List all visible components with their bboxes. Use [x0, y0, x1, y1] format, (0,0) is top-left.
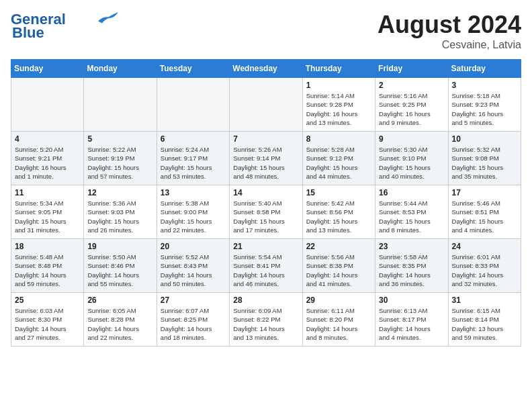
month-year-title: August 2024: [378, 11, 521, 39]
day-info: Sunrise: 6:01 AM Sunset: 8:33 PM Dayligh…: [452, 253, 517, 288]
page-header: General Blue August 2024 Cesvaine, Latvi…: [11, 11, 521, 51]
calendar-cell: 3Sunrise: 5:18 AM Sunset: 9:23 PM Daylig…: [448, 78, 521, 132]
col-header-wednesday: Wednesday: [230, 60, 302, 78]
day-info: Sunrise: 6:03 AM Sunset: 8:30 PM Dayligh…: [15, 306, 80, 342]
day-info: Sunrise: 5:16 AM Sunset: 9:25 PM Dayligh…: [379, 91, 444, 127]
day-info: Sunrise: 5:18 AM Sunset: 9:23 PM Dayligh…: [452, 91, 517, 127]
calendar-cell: 30Sunrise: 6:13 AM Sunset: 8:17 PM Dayli…: [375, 293, 448, 347]
calendar-cell: 31Sunrise: 6:15 AM Sunset: 8:14 PM Dayli…: [448, 293, 521, 347]
col-header-friday: Friday: [375, 60, 448, 78]
calendar-cell: 16Sunrise: 5:44 AM Sunset: 8:53 PM Dayli…: [375, 185, 448, 239]
logo: General Blue: [11, 11, 118, 42]
day-number: 13: [161, 188, 226, 197]
calendar-cell: 15Sunrise: 5:42 AM Sunset: 8:56 PM Dayli…: [302, 185, 375, 239]
day-info: Sunrise: 6:07 AM Sunset: 8:25 PM Dayligh…: [161, 306, 226, 342]
logo-blue: Blue: [12, 24, 44, 42]
day-number: 18: [15, 242, 80, 251]
day-info: Sunrise: 5:40 AM Sunset: 8:58 PM Dayligh…: [233, 199, 298, 234]
col-header-saturday: Saturday: [448, 60, 521, 78]
day-number: 16: [379, 188, 444, 197]
day-number: 11: [15, 188, 80, 197]
calendar-cell: 5Sunrise: 5:22 AM Sunset: 9:19 PM Daylig…: [84, 132, 157, 185]
calendar-cell: 6Sunrise: 5:24 AM Sunset: 9:17 PM Daylig…: [157, 132, 229, 185]
calendar-cell: [230, 78, 302, 132]
calendar-cell: 18Sunrise: 5:48 AM Sunset: 8:48 PM Dayli…: [11, 239, 84, 293]
day-number: 4: [15, 134, 80, 144]
day-info: Sunrise: 5:14 AM Sunset: 9:28 PM Dayligh…: [306, 91, 371, 127]
calendar-cell: 9Sunrise: 5:30 AM Sunset: 9:10 PM Daylig…: [375, 132, 448, 185]
calendar-cell: 23Sunrise: 5:58 AM Sunset: 8:35 PM Dayli…: [375, 239, 448, 293]
day-info: Sunrise: 5:30 AM Sunset: 9:10 PM Dayligh…: [379, 145, 444, 181]
day-info: Sunrise: 5:54 AM Sunset: 8:41 PM Dayligh…: [233, 253, 298, 288]
day-info: Sunrise: 5:44 AM Sunset: 8:53 PM Dayligh…: [379, 199, 444, 234]
day-info: Sunrise: 5:22 AM Sunset: 9:19 PM Dayligh…: [87, 145, 152, 181]
calendar-table: SundayMondayTuesdayWednesdayThursdayFrid…: [11, 59, 521, 347]
day-info: Sunrise: 5:56 AM Sunset: 8:38 PM Dayligh…: [306, 253, 371, 288]
calendar-cell: 25Sunrise: 6:03 AM Sunset: 8:30 PM Dayli…: [11, 293, 84, 347]
calendar-cell: 24Sunrise: 6:01 AM Sunset: 8:33 PM Dayli…: [448, 239, 521, 293]
day-number: 15: [306, 188, 371, 197]
col-header-sunday: Sunday: [11, 60, 84, 78]
calendar-cell: 8Sunrise: 5:28 AM Sunset: 9:12 PM Daylig…: [302, 132, 375, 185]
calendar-cell: [157, 78, 229, 132]
day-number: 9: [379, 134, 444, 144]
day-number: 29: [306, 295, 371, 305]
calendar-cell: 26Sunrise: 6:05 AM Sunset: 8:28 PM Dayli…: [84, 293, 157, 347]
day-info: Sunrise: 5:38 AM Sunset: 9:00 PM Dayligh…: [161, 199, 226, 234]
calendar-cell: 28Sunrise: 6:09 AM Sunset: 8:22 PM Dayli…: [230, 293, 302, 347]
calendar-week-row: 18Sunrise: 5:48 AM Sunset: 8:48 PM Dayli…: [11, 239, 521, 293]
day-number: 8: [306, 134, 371, 144]
calendar-cell: 29Sunrise: 6:11 AM Sunset: 8:20 PM Dayli…: [302, 293, 375, 347]
calendar-cell: 10Sunrise: 5:32 AM Sunset: 9:08 PM Dayli…: [448, 132, 521, 185]
day-info: Sunrise: 5:50 AM Sunset: 8:46 PM Dayligh…: [87, 253, 152, 288]
calendar-cell: [84, 78, 157, 132]
calendar-cell: 21Sunrise: 5:54 AM Sunset: 8:41 PM Dayli…: [230, 239, 302, 293]
calendar-week-row: 25Sunrise: 6:03 AM Sunset: 8:30 PM Dayli…: [11, 293, 521, 347]
day-number: 6: [161, 134, 226, 144]
day-number: 3: [452, 81, 517, 90]
day-number: 17: [452, 188, 517, 197]
logo-bird-icon: [98, 11, 118, 25]
calendar-cell: 27Sunrise: 6:07 AM Sunset: 8:25 PM Dayli…: [157, 293, 229, 347]
day-info: Sunrise: 6:05 AM Sunset: 8:28 PM Dayligh…: [87, 306, 152, 342]
day-number: 26: [87, 295, 152, 305]
day-info: Sunrise: 5:42 AM Sunset: 8:56 PM Dayligh…: [306, 199, 371, 234]
day-number: 20: [161, 242, 226, 251]
calendar-cell: [11, 78, 84, 132]
calendar-cell: 12Sunrise: 5:36 AM Sunset: 9:03 PM Dayli…: [84, 185, 157, 239]
calendar-week-row: 1Sunrise: 5:14 AM Sunset: 9:28 PM Daylig…: [11, 78, 521, 132]
day-info: Sunrise: 5:20 AM Sunset: 9:21 PM Dayligh…: [15, 145, 80, 181]
day-info: Sunrise: 5:36 AM Sunset: 9:03 PM Dayligh…: [87, 199, 152, 234]
calendar-week-row: 4Sunrise: 5:20 AM Sunset: 9:21 PM Daylig…: [11, 132, 521, 185]
calendar-cell: 2Sunrise: 5:16 AM Sunset: 9:25 PM Daylig…: [375, 78, 448, 132]
day-info: Sunrise: 5:26 AM Sunset: 9:14 PM Dayligh…: [233, 145, 298, 181]
col-header-tuesday: Tuesday: [157, 60, 229, 78]
day-number: 24: [452, 242, 517, 251]
day-number: 2: [379, 81, 444, 90]
day-info: Sunrise: 6:13 AM Sunset: 8:17 PM Dayligh…: [379, 306, 444, 342]
day-number: 21: [233, 242, 298, 251]
calendar-cell: 13Sunrise: 5:38 AM Sunset: 9:00 PM Dayli…: [157, 185, 229, 239]
day-info: Sunrise: 5:24 AM Sunset: 9:17 PM Dayligh…: [161, 145, 226, 181]
day-info: Sunrise: 5:28 AM Sunset: 9:12 PM Dayligh…: [306, 145, 371, 181]
day-info: Sunrise: 6:09 AM Sunset: 8:22 PM Dayligh…: [233, 306, 298, 342]
calendar-cell: 17Sunrise: 5:46 AM Sunset: 8:51 PM Dayli…: [448, 185, 521, 239]
day-number: 14: [233, 188, 298, 197]
day-number: 25: [15, 295, 80, 305]
day-number: 22: [306, 242, 371, 251]
day-number: 31: [452, 295, 517, 305]
col-header-thursday: Thursday: [302, 60, 375, 78]
day-info: Sunrise: 5:48 AM Sunset: 8:48 PM Dayligh…: [15, 253, 80, 288]
calendar-cell: 11Sunrise: 5:34 AM Sunset: 9:05 PM Dayli…: [11, 185, 84, 239]
day-number: 23: [379, 242, 444, 251]
calendar-cell: 1Sunrise: 5:14 AM Sunset: 9:28 PM Daylig…: [302, 78, 375, 132]
calendar-week-row: 11Sunrise: 5:34 AM Sunset: 9:05 PM Dayli…: [11, 185, 521, 239]
calendar-cell: 14Sunrise: 5:40 AM Sunset: 8:58 PM Dayli…: [230, 185, 302, 239]
day-number: 5: [87, 134, 152, 144]
day-info: Sunrise: 5:32 AM Sunset: 9:08 PM Dayligh…: [452, 145, 517, 181]
day-number: 1: [306, 81, 371, 90]
location-subtitle: Cesvaine, Latvia: [378, 39, 521, 51]
calendar-cell: 4Sunrise: 5:20 AM Sunset: 9:21 PM Daylig…: [11, 132, 84, 185]
day-info: Sunrise: 5:52 AM Sunset: 8:43 PM Dayligh…: [161, 253, 226, 288]
calendar-cell: 20Sunrise: 5:52 AM Sunset: 8:43 PM Dayli…: [157, 239, 229, 293]
